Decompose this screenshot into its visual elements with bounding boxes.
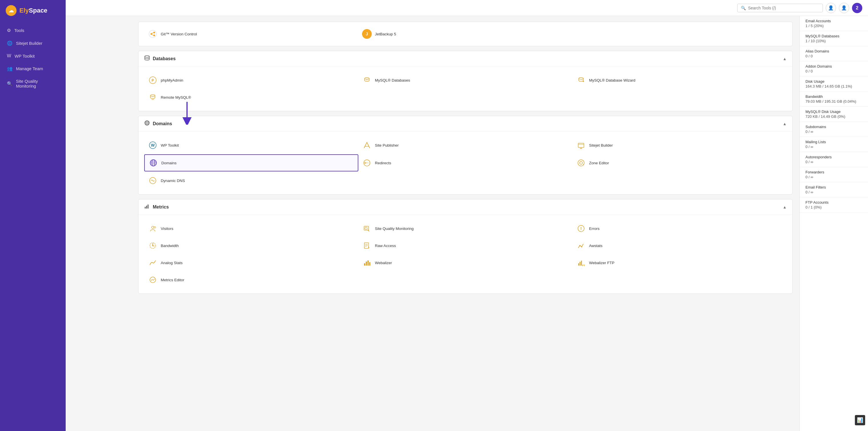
tool-raw-access[interactable]: Raw Access [358,238,572,254]
stat-item: MySQL® Databases 1 / 10 (10%) [800,31,868,46]
site-quality-monitoring-label: Site Quality Monitoring [375,227,414,231]
raw-access-label: Raw Access [375,243,396,248]
tool-domains[interactable]: Domains [144,154,358,171]
tool-webalizer-ftp[interactable]: FTP Webalizer FTP [572,255,786,271]
tool-zone-editor[interactable]: + Zone Editor [572,154,786,171]
metrics-chevron-icon: ▲ [783,205,786,209]
sidebar-item-site-quality-label: Site Quality Monitoring [16,79,59,89]
sidebar: ☁ ElySpace ⚙ Tools 🌐 Sitejet Builder W W… [0,0,66,431]
tool-visitors[interactable]: Visitors [144,221,358,236]
bandwidth-icon [148,240,158,251]
sidebar-item-manage-team[interactable]: 👥 Manage Team [0,62,66,75]
stat-value: 1 / 10 (10%) [805,39,862,43]
stat-label: Alias Domains [805,49,862,53]
tool-remote-mysql[interactable]: Remote MySQL® [144,89,358,105]
svg-point-42 [365,227,367,229]
stat-item: Bandwidth 79.03 MB / 195.31 GB (0.04%) [800,92,868,107]
domains-section-header[interactable]: Domains ▲ [138,116,792,132]
sidebar-item-tools-label: Tools [14,28,24,33]
webalizer-label: Webalizer [375,261,392,265]
search-input[interactable] [748,6,819,10]
stat-label: Email Filters [805,185,862,189]
stat-item: FTP Accounts 0 / 1 (0%) [800,197,868,212]
mysql-wizard-label: MySQL® Database Wizard [589,78,635,82]
settings-button[interactable]: 👤 [839,3,849,13]
svg-rect-36 [145,207,146,208]
svg-rect-56 [364,263,365,266]
metrics-editor-icon [148,275,158,285]
topbar: 🔍 👤 👤 2 [66,0,868,16]
svg-text:FTP: FTP [582,264,585,267]
logo-icon: ☁ [6,5,17,16]
sidebar-item-sitejet[interactable]: 🌐 Sitejet Builder [0,37,66,49]
svg-point-3 [153,35,155,36]
tool-dynamic-dns[interactable]: Dynamic DNS [144,173,358,189]
awstats-label: Awstats [589,243,602,248]
svg-point-39 [152,226,154,229]
tool-bandwidth[interactable]: Bandwidth [144,238,358,254]
sidebar-item-sitejet-label: Sitejet Builder [16,41,42,46]
domains-section: Domains ▲ W WP Toolkit [138,116,793,195]
tool-jetbackup[interactable]: J JetBackup 5 [358,26,572,42]
sidebar-item-tools[interactable]: ⚙ Tools [0,24,66,37]
stat-value: 1 / 5 (20%) [805,24,862,28]
mysql-databases-icon [362,75,372,85]
sidebar-item-wptoolkit[interactable]: W WP Toolkit [0,49,66,62]
tool-site-quality-monitoring[interactable]: Site Quality Monitoring [358,221,572,236]
svg-rect-62 [581,261,582,266]
svg-text:P: P [152,78,154,82]
svg-rect-22 [578,143,584,147]
tool-site-publisher[interactable]: Site Publisher [358,137,572,153]
tool-mysql-wizard[interactable]: ✦ MySQL® Database Wizard [572,72,786,88]
stat-item: Email Filters 0 / ∞ [800,182,868,197]
svg-point-55 [581,246,582,247]
stat-value: 720 KB / 14.49 GB (0%) [805,114,862,119]
sitejet-builder-label: Sitejet Builder [589,143,613,147]
stat-item: Mailing Lists 0 / ∞ [800,137,868,152]
stat-label: FTP Accounts [805,200,862,204]
jetbackup-icon: J [362,29,372,39]
stats-panel: Email Accounts 1 / 5 (20%) MySQL® Databa… [800,16,868,431]
sitejet-icon: 🌐 [7,40,12,46]
webalizer-ftp-icon: FTP [576,258,586,268]
stat-label: MySQL® Disk Usage [805,109,862,114]
databases-icon [144,55,150,62]
sidebar-logo: ☁ ElySpace [0,0,66,21]
tool-awstats[interactable]: Awstats [572,238,786,254]
stat-value: 0 / ∞ [805,144,862,149]
sidebar-item-site-quality[interactable]: 🔍 Site Quality Monitoring [0,75,66,92]
tool-sitejet-builder[interactable]: Sitejet Builder [572,137,786,153]
mysql-databases-label: MySQL® Databases [375,78,410,82]
metrics-section-header[interactable]: Metrics ▲ [138,199,792,215]
tool-metrics-editor[interactable]: Metrics Editor [144,272,358,288]
tool-mysql-databases[interactable]: MySQL® Databases [358,72,572,88]
stat-item: Autoresponders 0 / ∞ [800,152,868,167]
svg-point-49 [152,245,153,246]
tool-errors[interactable]: ! Errors [572,221,786,236]
stat-label: MySQL® Databases [805,34,862,38]
svg-point-54 [579,245,581,246]
phpmyadmin-icon: P [148,75,158,85]
metrics-section-body: Visitors Site Quality Monitoring [138,215,792,294]
notification-badge[interactable]: 2 [852,3,862,13]
tool-wp-toolkit[interactable]: W WP Toolkit [144,137,358,153]
tool-redirects[interactable]: + Redirects [358,154,572,171]
remote-mysql-label: Remote MySQL® [161,95,191,100]
svg-rect-58 [368,260,369,266]
tool-git[interactable]: Git™ Version Control [144,26,358,42]
tool-analog-stats[interactable]: Analog Stats [144,255,358,271]
metrics-section-title-group: Metrics [144,203,169,210]
tool-phpmyadmin[interactable]: P phpMyAdmin [144,72,358,88]
databases-section-header[interactable]: Databases ▲ [138,51,792,66]
git-label: Git™ Version Control [161,32,197,36]
search-bar[interactable]: 🔍 [737,4,823,12]
user-profile-button[interactable]: 👤 [826,3,836,13]
bottom-right-chart-button[interactable]: 📊 [855,415,865,425]
svg-text:+: + [583,163,584,166]
stat-value: 0 / 1 (0%) [805,205,862,209]
stat-label: Mailing Lists [805,140,862,144]
domains-tool-icon [148,158,158,168]
stat-value: 0 / ∞ [805,175,862,179]
stat-item: Subdomains 0 / ∞ [800,122,868,137]
tool-webalizer[interactable]: Webalizer [358,255,572,271]
